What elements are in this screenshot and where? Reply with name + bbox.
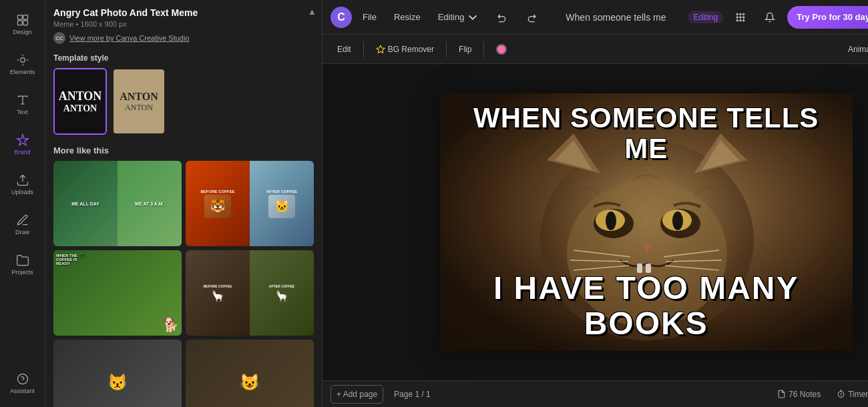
- template-card-black-bottom: ANTON: [63, 103, 97, 114]
- redo-icon: [526, 12, 537, 23]
- sidebar-item-text[interactable]: Text: [4, 85, 41, 123]
- bell-icon: [765, 12, 775, 23]
- template-card-tan[interactable]: ANTON ANTON: [112, 68, 166, 135]
- editing-button[interactable]: Editing: [431, 7, 485, 28]
- sidebar-item-brand[interactable]: Brand: [4, 125, 41, 163]
- thumbnail-coffee-cats[interactable]: BEFORE COFFEE 🐯 AFTER COFFEE 🐱: [186, 161, 314, 246]
- thumb-half-me-3am: ME AT 3 A.M.: [118, 161, 182, 246]
- status-bar: + Add page Page 1 / 1 76 Notes Timer − 4…: [322, 380, 868, 407]
- redo-button[interactable]: [519, 7, 544, 28]
- thumbnail-llama[interactable]: BEFORE COFFEE 🦙 AFTER COFFEE 🦙: [186, 250, 314, 336]
- flip-button[interactable]: Flip: [452, 39, 478, 60]
- meme-text-top[interactable]: WHEN SOMEONE TELLS ME: [440, 103, 853, 164]
- meme-text-bottom[interactable]: I HAVE TOO MANY BOOKS: [440, 271, 853, 342]
- toolbar: Edit BG Remover Flip Animate Position ••…: [322, 35, 868, 64]
- topbar-right: Try Pro for 30 days MA Share: [728, 6, 868, 29]
- apps-button[interactable]: [728, 7, 752, 28]
- toolbar-divider-2: [446, 41, 447, 57]
- toolbar-right: Animate Position •••: [841, 39, 868, 60]
- toolbar-divider-1: [363, 41, 364, 57]
- svg-point-13: [740, 19, 741, 21]
- svg-point-29: [672, 212, 683, 230]
- design-icon: [16, 13, 29, 27]
- thumbnail-monkey[interactable]: ME ALL DAY ME AT 3 A.M.: [53, 161, 182, 246]
- sidebar-label-draw: Draw: [15, 229, 29, 236]
- svg-rect-0: [17, 15, 22, 19]
- animate-button[interactable]: Animate: [841, 39, 868, 60]
- draw-icon: [16, 214, 29, 227]
- sidebar-item-design[interactable]: Design: [4, 5, 41, 43]
- panel-meta: Meme • 1600 x 900 px: [53, 20, 314, 28]
- resize-button[interactable]: Resize: [387, 7, 427, 28]
- notes-button[interactable]: 76 Notes: [772, 385, 826, 404]
- sidebar-item-assistant[interactable]: Assistant: [4, 364, 41, 402]
- thumbnail-grid: ME ALL DAY ME AT 3 A.M. BEFORE COFFEE 🐯 …: [53, 161, 314, 407]
- author-link[interactable]: View more by Canva Creative Studio: [69, 34, 190, 42]
- thumbnail-cat-5[interactable]: 😾: [53, 340, 182, 407]
- bg-remover-button[interactable]: BG Remover: [369, 39, 441, 60]
- editing-label: Editing: [438, 12, 465, 22]
- thumb-after-label: AFTER COFFEE: [266, 189, 297, 193]
- edit-button[interactable]: Edit: [331, 39, 358, 60]
- bg-remover-icon: [376, 45, 385, 54]
- topbar-center: Editing: [490, 7, 723, 28]
- design-title-input[interactable]: [549, 12, 682, 23]
- sidebar-label-design: Design: [13, 29, 31, 35]
- svg-rect-2: [17, 20, 22, 25]
- thumbnail-cat-6[interactable]: 😺: [186, 340, 314, 407]
- svg-point-6: [736, 13, 738, 15]
- notifications-button[interactable]: [758, 7, 782, 28]
- template-card-tan-bottom: ANTON: [125, 103, 153, 113]
- sidebar-item-uploads[interactable]: Uploads: [4, 165, 41, 203]
- apps-icon: [735, 12, 746, 23]
- chevron-down-icon: [467, 12, 478, 23]
- svg-point-11: [743, 17, 744, 18]
- add-page-button[interactable]: + Add page: [331, 385, 383, 404]
- toolbar-divider-3: [483, 41, 484, 57]
- brand-icon: [16, 133, 29, 147]
- canvas-viewport: WHEN SOMEONE TELLS ME I HAVE TOO MANY BO…: [322, 64, 868, 380]
- undo-button[interactable]: [490, 7, 514, 28]
- canvas-frame: WHEN SOMEONE TELLS ME I HAVE TOO MANY BO…: [440, 93, 853, 351]
- more-like-section: More like this ME ALL DAY ME AT 3 A.M. B…: [45, 140, 322, 407]
- svg-point-5: [17, 374, 27, 384]
- page-indicator: Page 1 / 1: [389, 385, 436, 404]
- timer-label: Timer: [848, 390, 868, 399]
- sidebar-label-text: Text: [17, 109, 28, 115]
- panel-author: CC View more by Canva Creative Studio: [53, 32, 314, 44]
- thumb-llama-before: BEFORE COFFEE: [204, 284, 232, 288]
- timer-button[interactable]: Timer: [831, 385, 868, 404]
- svg-point-28: [606, 212, 616, 230]
- thumb-llama-after: AFTER COFFEE: [269, 284, 294, 288]
- file-button[interactable]: File: [356, 7, 383, 28]
- sidebar-item-elements[interactable]: Elements: [4, 45, 41, 83]
- canvas-area: C File Resize Editing Editing: [322, 0, 868, 407]
- template-card-tan-top: ANTON: [120, 91, 158, 103]
- template-card-black[interactable]: ANTON ANTON: [53, 68, 107, 135]
- svg-rect-3: [23, 20, 27, 25]
- canva-logo: C: [331, 7, 352, 28]
- svg-rect-1: [23, 15, 27, 19]
- sidebar-label-elements: Elements: [10, 69, 35, 75]
- left-panel: ▲ Angry Cat Photo And Text Meme Meme • 1…: [45, 0, 322, 407]
- author-logo: CC: [53, 32, 65, 44]
- sidebar: Design Elements Text Brand Uploads Draw …: [0, 0, 45, 407]
- panel-collapse-button[interactable]: ▲: [308, 7, 316, 17]
- sidebar-item-draw[interactable]: Draw: [4, 206, 41, 243]
- svg-point-4: [20, 57, 25, 62]
- thumbnail-coffee-ready[interactable]: WHEN THE 🎵 COFFEE IS READY 🐕: [53, 250, 182, 336]
- pro-button[interactable]: Try Pro for 30 days: [787, 6, 868, 29]
- svg-point-7: [740, 13, 741, 15]
- svg-point-9: [736, 17, 738, 18]
- text-icon: [16, 93, 29, 107]
- sidebar-item-projects[interactable]: Projects: [4, 246, 41, 283]
- panel-title: Angry Cat Photo And Text Meme: [53, 7, 314, 19]
- color-picker-button[interactable]: [489, 39, 513, 60]
- svg-point-12: [736, 19, 738, 21]
- color-dot: [496, 44, 507, 55]
- svg-point-14: [743, 19, 744, 21]
- svg-point-8: [743, 13, 744, 15]
- more-like-title: More like this: [53, 145, 314, 155]
- projects-icon: [16, 254, 29, 267]
- notes-icon: [777, 390, 786, 398]
